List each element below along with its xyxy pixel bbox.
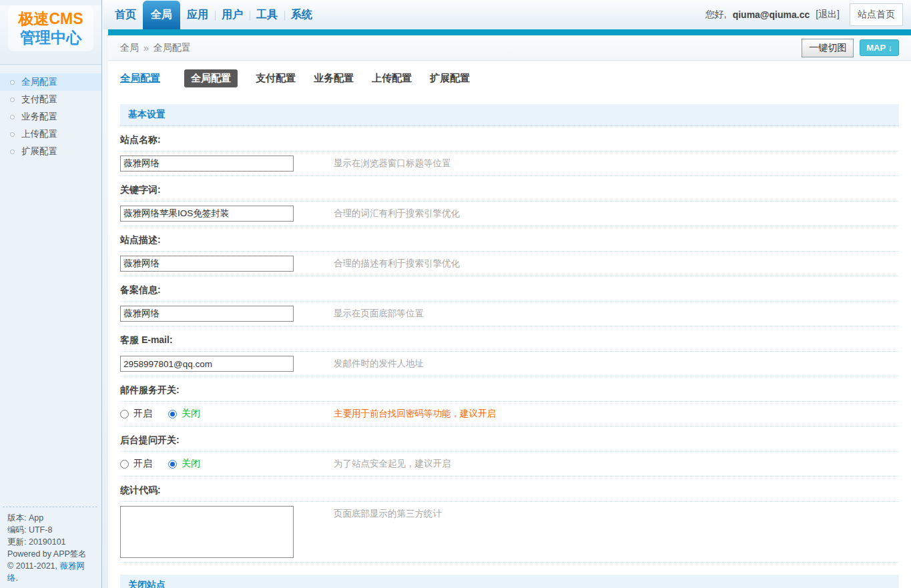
radio-option-label: 开启 [133,408,152,420]
bullet-icon [10,80,15,85]
radio-option-关闭[interactable]: 关闭 [168,408,200,420]
field-hint: 为了站点安全起见，建议开启 [334,458,451,470]
config-tab-业务配置[interactable]: 业务配置 [314,72,354,85]
field-control-row: 发邮件时的发件人地址 [120,352,899,376]
field-hint: 发邮件时的发件人地址 [334,358,424,370]
nav-item-全局[interactable]: 全局 [143,1,180,29]
footer-encoding: 编码: UTF-8 [7,524,93,536]
field-input[interactable] [120,306,294,322]
greeting-text: 您好, [705,9,727,21]
field-hint: 显示在页面底部等位置 [334,308,424,320]
sidebar-item-业务配置[interactable]: 业务配置 [0,108,101,125]
field-control-row: 显示在浏览器窗口标题等位置 [120,152,899,176]
nav-item-工具[interactable]: 工具 [250,8,284,29]
field-label: 站点描述: [120,226,899,252]
field-hint: 合理的词汇有利于搜索引擎优化 [334,208,460,220]
field-hint: 合理的描述有利于搜索引擎优化 [334,258,460,270]
admin-page: 极速CMS 管理中心 全局配置支付配置业务配置上传配置扩展配置 版本: App … [0,0,911,588]
sidebar-item-支付配置[interactable]: 支付配置 [0,91,101,108]
copyright-prefix: © 2011-2021, [7,561,59,571]
field-label: 客服 E-mail: [120,326,899,352]
bullet-icon [10,115,15,119]
field-label: 邮件服务开关: [120,376,899,402]
radio-option-开启[interactable]: 开启 [120,458,152,470]
field-hint: 显示在浏览器窗口标题等位置 [334,158,451,170]
radio-group: 开启关闭 [120,406,294,422]
user-email: qiuma@qiuma.cc [733,9,810,20]
sidebar: 极速CMS 管理中心 全局配置支付配置业务配置上传配置扩展配置 版本: App … [0,0,102,588]
nav-item-应用[interactable]: 应用 [180,8,215,29]
copyright-suffix: . [16,573,18,583]
nav-item-用户[interactable]: 用户 [215,8,250,29]
user-box: 您好, qiuma@qiuma.cc [退出] 站点首页 [705,0,903,29]
field-input[interactable] [120,206,294,222]
config-tab-支付配置[interactable]: 支付配置 [256,72,296,85]
breadcrumb-current: 全局配置 [154,42,191,54]
footer-updated: 更新: 20190101 [7,536,93,548]
footer-copyright: © 2011-2021, 薇雅网络. [7,560,93,584]
field-label: 备案信息: [120,276,899,302]
radio-checked-icon[interactable] [168,410,177,418]
map-button[interactable]: MAP ↓ [860,39,899,56]
field-input[interactable] [120,156,294,172]
content: 全局配置 全局配置支付配置业务配置上传配置扩展配置 基本设置 站点名称:显示在浏… [108,61,911,588]
app-logo: 极速CMS 管理中心 [8,5,93,51]
config-tab-扩展配置[interactable]: 扩展配置 [430,72,470,85]
field-control-row: 开启关闭主要用于前台找回密码等功能，建议开启 [120,402,899,426]
config-tab-上传配置[interactable]: 上传配置 [372,72,412,85]
field-control-row: 开启关闭为了站点安全起见，建议开启 [120,452,899,477]
sidebar-item-label: 扩展配置 [21,145,57,158]
breadcrumb-parent[interactable]: 全局 [120,42,139,54]
field-input[interactable] [120,256,294,272]
field-label: 后台提问开关: [120,426,899,452]
accent-bar [108,29,911,35]
sidebar-item-label: 全局配置 [21,76,57,88]
top-header: 首页全局应用用户工具系统 您好, qiuma@qiuma.cc [退出] 站点首… [103,0,911,29]
radio-group: 开启关闭 [120,456,294,472]
footer-version: 版本: App [7,512,93,524]
field-hint: 主要用于前台找回密码等功能，建议开启 [334,408,496,420]
config-tab-全局配置[interactable]: 全局配置 [184,69,238,87]
sidebar-item-全局配置[interactable]: 全局配置 [0,73,101,91]
sidebar-item-扩展配置[interactable]: 扩展配置 [0,143,101,160]
field-control-row: 页面底部显示的第三方统计 [120,502,899,563]
page-title-link[interactable]: 全局配置 [120,72,160,85]
radio-checked-icon[interactable] [168,460,177,469]
radio-unchecked-icon[interactable] [120,410,129,418]
field-control-row: 合理的词汇有利于搜索引擎优化 [120,202,899,226]
field-input[interactable] [120,356,294,372]
sidebar-menu: 全局配置支付配置业务配置上传配置扩展配置 [0,73,101,160]
one-click-cut-button[interactable]: 一键切图 [802,39,854,57]
radio-unchecked-icon[interactable] [120,460,129,469]
sidebar-item-label: 业务配置 [21,111,57,123]
config-tabs: 全局配置支付配置业务配置上传配置扩展配置 [184,69,488,87]
sidebar-item-label: 支付配置 [21,93,57,105]
main-panel: 全局配置 全局配置支付配置业务配置上传配置扩展配置 基本设置 站点名称:显示在浏… [108,61,911,588]
logo-line1: 极速CMS [8,9,93,28]
site-home-button[interactable]: 站点首页 [850,3,903,26]
logo-area: 极速CMS 管理中心 [0,5,101,65]
breadcrumb-separator: » [143,43,149,53]
field-hint: 页面底部显示的第三方统计 [334,508,442,520]
radio-option-label: 关闭 [182,408,200,420]
radio-option-关闭[interactable]: 关闭 [168,458,200,470]
sidebar-item-label: 上传配置 [21,128,57,140]
logo-line2: 管理中心 [8,28,93,47]
field-label: 关键字词: [120,176,899,202]
radio-option-开启[interactable]: 开启 [120,408,152,420]
field-control-row: 合理的描述有利于搜索引擎优化 [120,252,899,276]
nav-item-系统[interactable]: 系统 [284,8,319,29]
nav-item-首页[interactable]: 首页 [108,8,143,29]
breadcrumb-actions: 一键切图 MAP ↓ [802,39,899,57]
footer-powered: Powered by APP签名 [7,548,93,560]
sidebar-item-上传配置[interactable]: 上传配置 [0,125,101,143]
field-textarea[interactable] [120,506,294,558]
logout-link[interactable]: [退出] [816,9,840,21]
section-close-site: 关闭站点 [120,575,899,588]
field-control-row: 显示在页面底部等位置 [120,302,899,326]
top-nav: 首页全局应用用户工具系统 [108,0,319,29]
radio-option-label: 关闭 [182,458,200,470]
breadcrumb-bar: 全局 » 全局配置 一键切图 MAP ↓ [108,35,911,61]
bullet-icon [10,150,15,154]
page-tabs: 全局配置 全局配置支付配置业务配置上传配置扩展配置 [120,69,899,87]
